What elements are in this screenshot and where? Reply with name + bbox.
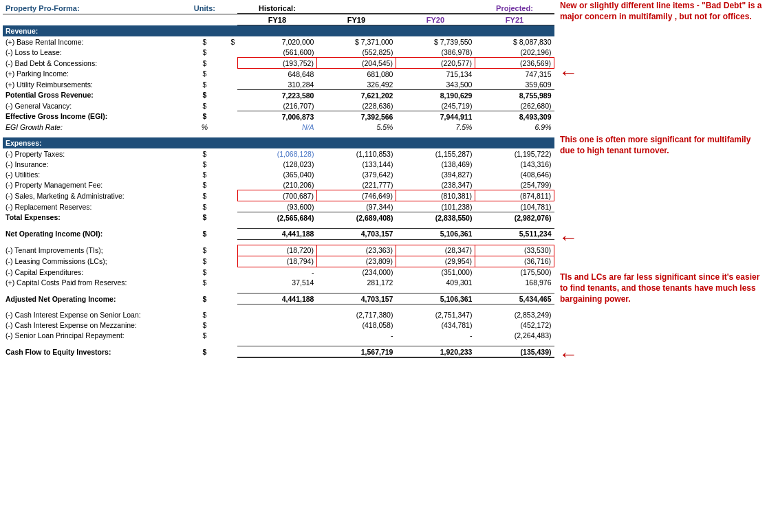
gen-vacancy-unit: $ bbox=[187, 100, 221, 111]
sm-fy20: (810,381) bbox=[396, 190, 475, 201]
cis-fy21: (2,853,249) bbox=[475, 310, 554, 320]
egi-growth-fy18: N/A bbox=[237, 122, 316, 132]
bad-debt-fy18: (193,752) bbox=[237, 58, 316, 69]
spacer5 bbox=[3, 304, 554, 310]
main-container: Property Pro-Forma: Units: Historical: P… bbox=[0, 0, 778, 361]
base-rental-fy19: $ 7,371,000 bbox=[316, 36, 396, 47]
ce-fy21: (175,500) bbox=[475, 267, 554, 278]
lc-label: (-) Leasing Commissions (LCs); bbox=[3, 256, 187, 267]
leasing-comm-row: (-) Leasing Commissions (LCs); $ (18,794… bbox=[3, 256, 554, 267]
egi-fy19: 7,392,566 bbox=[316, 111, 396, 122]
replacement-label: (-) Replacement Reserves: bbox=[3, 201, 187, 212]
pm-fy18: (210,206) bbox=[237, 179, 316, 190]
pt-fy18: (1,068,128) bbox=[237, 148, 316, 159]
sl-fy18 bbox=[237, 331, 316, 341]
adj-noi-unit: $ bbox=[187, 293, 221, 304]
ins-fy19: (133,144) bbox=[316, 159, 396, 169]
sales-mktg-unit: $ bbox=[187, 190, 221, 201]
ue-fy19: (379,642) bbox=[316, 169, 396, 179]
bad-debt-fy19: (204,545) bbox=[316, 58, 396, 69]
egi-fy20: 7,944,911 bbox=[396, 111, 475, 122]
prop-mgmt-unit: $ bbox=[187, 179, 221, 190]
an-fy20: 5,106,361 bbox=[396, 293, 475, 304]
potential-gross-unit: $ bbox=[187, 90, 221, 101]
pt-fy19: (1,110,853) bbox=[316, 148, 396, 159]
cc-fy21: 168,976 bbox=[475, 278, 554, 288]
pg-fy18: 7,223,580 bbox=[237, 90, 316, 101]
revenue-label: Revenue: bbox=[3, 25, 554, 37]
an-fy18: 4,441,188 bbox=[237, 293, 316, 304]
ti-unit: $ bbox=[187, 245, 221, 256]
ci-mezz-label: (-) Cash Interest Expense on Mezzanine: bbox=[3, 320, 187, 331]
ti-fy18: (18,720) bbox=[237, 245, 316, 256]
col-property-label bbox=[3, 14, 187, 25]
prop-mgmt-label: (-) Property Management Fee: bbox=[3, 179, 187, 190]
base-rental-sym: $ bbox=[221, 36, 237, 47]
senior-loan-unit: $ bbox=[187, 331, 221, 341]
annotation-1: New or slightly different line items - "… bbox=[560, 0, 766, 22]
cis-fy19: (2,717,380) bbox=[316, 310, 396, 320]
col-fy18: FY18 bbox=[237, 14, 316, 25]
cap-costs-unit: $ bbox=[187, 278, 221, 288]
sl-fy21: (2,264,483) bbox=[475, 331, 554, 341]
ce-fy20: (351,000) bbox=[396, 267, 475, 278]
col-units-label bbox=[187, 14, 221, 25]
spacer3 bbox=[3, 239, 554, 245]
noi-unit: $ bbox=[187, 228, 221, 239]
cis-fy20: (2,751,347) bbox=[396, 310, 475, 320]
cash-int-senior-row: (-) Cash Interest Expense on Senior Loan… bbox=[3, 310, 554, 320]
parking-row: (+) Parking Income: $ 648,648 681,080 71… bbox=[3, 69, 554, 80]
pg-fy19: 7,621,202 bbox=[316, 90, 396, 101]
rr-fy19: (97,344) bbox=[316, 201, 396, 212]
ce-fy18: - bbox=[237, 267, 316, 278]
parking-unit: $ bbox=[187, 69, 221, 80]
egi-growth-fy20: 7.5% bbox=[396, 122, 475, 132]
gen-vacancy-label: (-) General Vacancy: bbox=[3, 100, 187, 111]
arrow-1-icon: ← bbox=[559, 62, 578, 84]
property-header: Property Pro-Forma: bbox=[3, 3, 187, 14]
spacer1 bbox=[3, 132, 554, 137]
cash-flow-label: Cash Flow to Equity Investors: bbox=[3, 346, 187, 358]
noi-label: Net Operating Income (NOI): bbox=[3, 228, 187, 239]
insurance-label: (-) Insurance: bbox=[3, 159, 187, 169]
capital-costs-row: (+) Capital Costs Paid from Reserves: $ … bbox=[3, 278, 554, 288]
col-fy19: FY19 bbox=[316, 14, 396, 25]
egi-row: Effective Gross Income (EGI): $ 7,006,87… bbox=[3, 111, 554, 122]
noi-fy18: 4,441,188 bbox=[237, 228, 316, 239]
ue-fy20: (394,827) bbox=[396, 169, 475, 179]
cap-costs-label: (+) Capital Costs Paid from Reserves: bbox=[3, 278, 187, 288]
ci-senior-unit: $ bbox=[187, 310, 221, 320]
sl-fy20: - bbox=[396, 331, 475, 341]
expenses-label: Expenses: bbox=[3, 137, 554, 148]
senior-loan-label: (-) Senior Loan Principal Repayment: bbox=[3, 331, 187, 341]
utility-fy19: 326,492 bbox=[316, 79, 396, 90]
ins-fy18: (128,023) bbox=[237, 159, 316, 169]
revenue-section-header: Revenue: bbox=[3, 25, 554, 37]
pro-forma-table: Property Pro-Forma: Units: Historical: P… bbox=[3, 3, 554, 358]
pt-fy21: (1,195,722) bbox=[475, 148, 554, 159]
loss-to-lease-label: (-) Loss to Lease: bbox=[3, 47, 187, 58]
cf-fy18 bbox=[237, 346, 316, 358]
gv-fy18: (216,707) bbox=[237, 100, 316, 111]
cim-fy21: (452,172) bbox=[475, 320, 554, 331]
ue-fy18: (365,040) bbox=[237, 169, 316, 179]
lc-fy21: (36,716) bbox=[475, 256, 554, 267]
te-fy19: (2,689,408) bbox=[316, 212, 396, 223]
property-taxes-row: (-) Property Taxes: $ (1,068,128) (1,110… bbox=[3, 148, 554, 159]
ins-fy21: (143,316) bbox=[475, 159, 554, 169]
pm-fy19: (221,777) bbox=[316, 179, 396, 190]
insurance-unit: $ bbox=[187, 159, 221, 169]
historical-band: Historical: bbox=[237, 3, 316, 14]
ti-fy21: (33,530) bbox=[475, 245, 554, 256]
cc-fy20: 409,301 bbox=[396, 278, 475, 288]
egi-growth-fy19: 5.5% bbox=[316, 122, 396, 132]
util-exp-unit: $ bbox=[187, 169, 221, 179]
rr-fy20: (101,238) bbox=[396, 201, 475, 212]
parking-fy18: 648,648 bbox=[237, 69, 316, 80]
pg-fy20: 8,190,629 bbox=[396, 90, 475, 101]
tenant-imp-label: (-) Tenant Improvements (TIs); bbox=[3, 245, 187, 256]
arrow-2-icon: ← bbox=[559, 227, 578, 249]
sm-fy18: (700,687) bbox=[237, 190, 316, 201]
replacement-row: (-) Replacement Reserves: $ (93,600) (97… bbox=[3, 201, 554, 212]
utility-fy21: 359,609 bbox=[475, 79, 554, 90]
